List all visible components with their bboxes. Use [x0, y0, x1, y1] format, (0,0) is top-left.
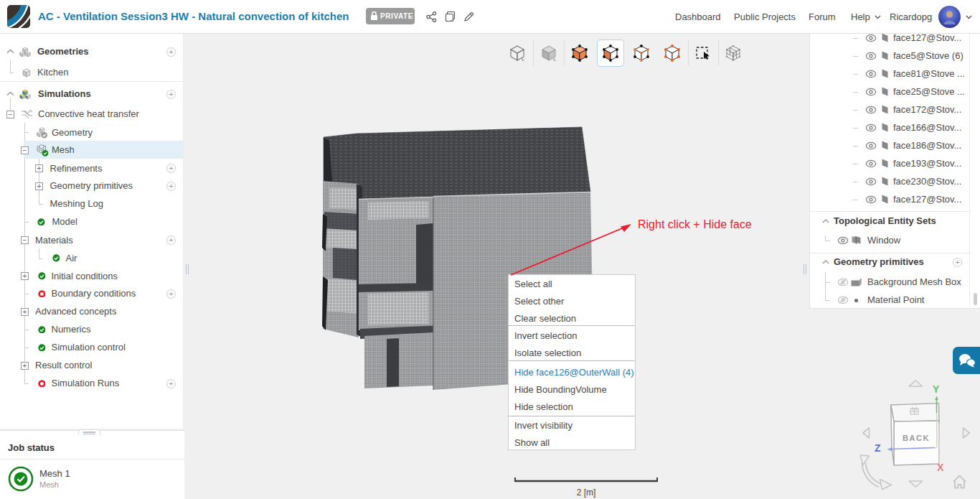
svg-text:Z: Z [875, 442, 881, 454]
svg-text:BACK: BACK [903, 434, 930, 442]
svg-text:Y: Y [933, 383, 940, 395]
svg-text:2 [m]: 2 [m] [577, 488, 596, 498]
svg-text:X: X [937, 462, 944, 473]
